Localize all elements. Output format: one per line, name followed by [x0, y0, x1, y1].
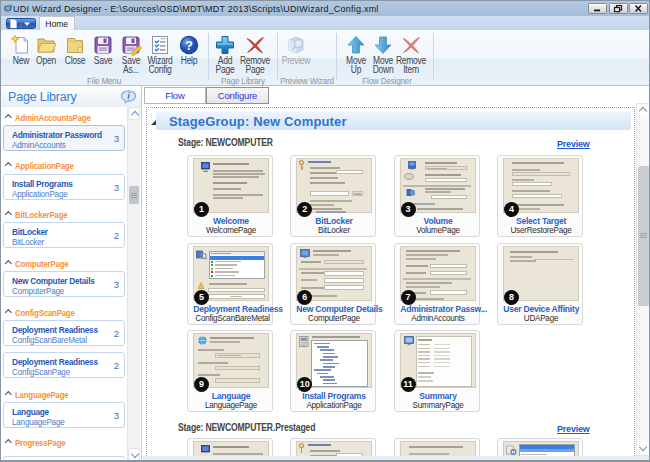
svg-text:?: ? [185, 38, 193, 53]
svg-text:i: i [127, 91, 130, 101]
